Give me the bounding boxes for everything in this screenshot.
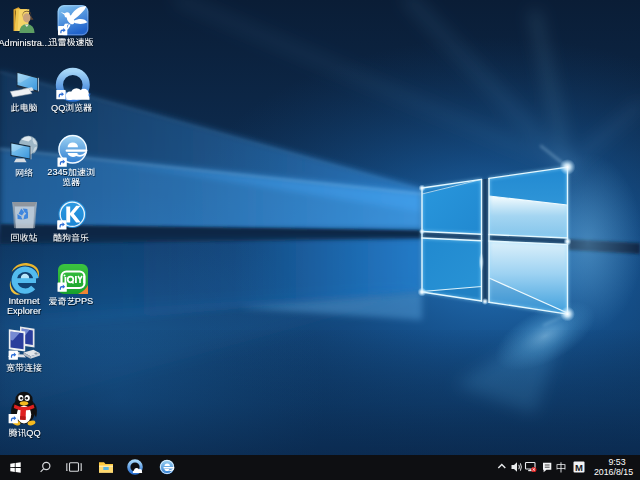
svg-text:2016/8/15: 2016/8/15 xyxy=(594,467,633,477)
svg-text:QQ: QQ xyxy=(26,428,40,438)
svg-text:QQ: QQ xyxy=(51,103,65,113)
svg-text:Explorer: Explorer xyxy=(7,306,41,316)
svg-text:Administra...: Administra... xyxy=(0,38,50,48)
svg-text:M: M xyxy=(575,462,583,473)
svg-text:2345: 2345 xyxy=(47,167,67,177)
svg-text:PPS: PPS xyxy=(75,296,93,306)
svg-text:9:53: 9:53 xyxy=(608,457,625,467)
